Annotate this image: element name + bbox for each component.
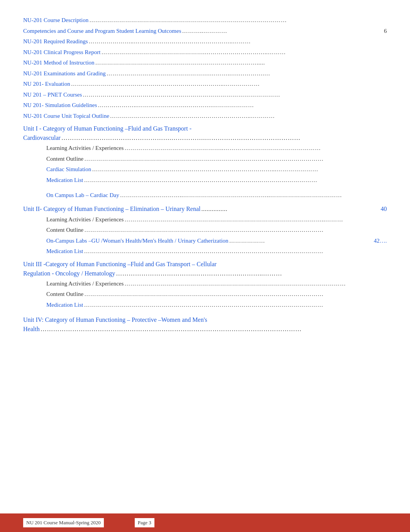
toc-dots: ……………… [229,236,374,246]
toc-dots: ……………………………………………………………………………………………………… [83,175,387,185]
toc-title[interactable]: NU-201 Course Description [23,15,88,25]
toc-entry-simulation: NU 201- Simulation Guidelines ………………..……… [23,100,387,110]
toc-link[interactable]: NU-201 Method of Instruction [23,59,95,66]
toc-title[interactable]: Medication List [46,175,83,185]
toc-entry-unit-i-content: Content Outline ………………………………………………………………… [46,154,387,164]
toc-title: Content Outline [46,225,83,235]
toc-dots: ………………………………………………………………………..... [95,58,387,68]
toc-entry-nu201-course-description: NU-201 Course Description ……………………………………… [23,15,387,25]
toc-link[interactable]: Medication List [46,248,83,254]
toc-dots: ……………………………….………………….………..……… [115,269,387,278]
toc-entry-unit-iii-learning: Learning Activities / Experiences ………………… [46,279,387,289]
toc-entry-examinations: NU-201 Examinations and Grading ……………………… [23,69,387,79]
toc-dots: …………………………………………….………..….………….… [106,69,387,79]
unit-iv-title-line2: Health [23,325,40,334]
toc-entry-unit-ii-content: Content Outline ………………………………………………………………… [46,225,387,235]
toc-title[interactable]: Medication List [46,300,83,310]
toc-entry-unit-iv: Unit IV: Category of Human Functioning –… [23,315,387,334]
toc-title[interactable]: NU-201 Clinical Progress Report [23,48,100,58]
toc-dots: ………………………………………………………………………………………………………… [83,289,387,299]
unit-iii-title-line2: Regulation - Oncology / Hematology [23,269,115,278]
toc-dots: ............... [200,204,381,214]
toc-dots: …………………………………………….…………………………..……… [100,48,387,58]
toc-dots: ……………………………………………………………………………………… [82,90,387,100]
toc-link[interactable]: NU-201 Required Readings [23,38,88,44]
toc-link[interactable]: Cardiac Simulation [46,166,91,172]
toc-dots: ………..………… [181,26,384,36]
toc-title[interactable]: NU-201 Course Unit Topical Outline [23,111,109,121]
toc-page: 6 [384,26,387,36]
toc-title[interactable]: NU-201 Examinations and Grading [23,69,106,79]
toc-link[interactable]: NU-201 Course Description [23,17,88,23]
toc-title[interactable]: On-Campus Labs –GU /Woman's Health/Men's… [46,236,229,246]
toc-dots: …………………………..……………………………………..……………………………… [119,190,387,201]
toc-entry-required-readings: NU-201 Required Readings …………………..………………… [23,37,387,47]
toc-link[interactable]: Unit II- Category of Human Functioning –… [23,206,200,212]
toc-link[interactable]: NU 201- Evaluation [23,81,70,87]
toc-title[interactable]: Cardiac Simulation [46,165,91,175]
toc-link[interactable]: Medication List [46,302,83,308]
toc-entry-unit-i-learning: Learning Activities / Experiences ………………… [46,143,387,153]
toc-page: 42…. [374,236,387,246]
toc-link[interactable]: NU 201 – PNET Courses [23,92,82,98]
toc-dots: ………………………………………………………………………………...………………… [91,165,387,175]
toc-link[interactable]: Medication List [46,177,83,183]
toc-link[interactable]: On-Campus Labs –GU /Woman's Health/Men's… [46,238,229,244]
toc-title: Learning Activities / Experiences [46,143,124,153]
toc-dots: ……………………………………………………………..………… [109,111,387,121]
toc-entry-pnet: NU 201 – PNET Courses ………………………………………………… [23,90,387,100]
toc-title: Learning Activities / Experiences [46,279,124,289]
toc-entry-unit-i: Unit I - Category of Human Functioning –… [23,124,387,143]
footer-bar: NU 201 Course Manual-Spring 2020 Page 3 [0,513,410,532]
toc-dots: ………………………………………………………………………………………………………… [83,246,387,257]
toc-entry-unit-iii-medication: Medication List ………………………………………………………………… [46,300,387,310]
toc-link[interactable]: NU-201 Course Unit Topical Outline [23,113,109,119]
toc-link[interactable]: NU-201 Clinical Progress Report [23,49,100,55]
footer-manual-text: NU 201 Course Manual-Spring 2020 [23,518,104,527]
toc-entry-method-instruction: NU-201 Method of Instruction ……………………………… [23,58,387,68]
toc-dots: ………………………………………………………………………………………………………… [83,225,387,235]
toc-title[interactable]: Competencies and Course and Program Stud… [23,26,181,36]
toc-title[interactable]: On Campus Lab – Cardiac Day [46,190,119,201]
footer-page-text: Page 3 [135,518,154,527]
toc-title[interactable]: NU 201- Evaluation [23,79,70,89]
toc-entry-unit-iii: Unit III -Category of Human Functioning … [23,260,387,278]
toc-dots: …………………………………………..………….……………………………… [124,143,387,153]
toc-title[interactable]: NU-201 Method of Instruction [23,58,95,68]
toc-title[interactable]: NU 201 – PNET Courses [23,90,82,100]
toc-page: 40 [381,204,387,214]
toc-dots: ………………………………………………………………………………………………… [124,279,387,289]
toc-entry-unit-ii-on-campus: On-Campus Labs –GU /Woman's Health/Men's… [46,236,387,246]
toc-entry-unit-ii: Unit II- Category of Human Functioning –… [23,204,387,214]
toc-entry-unit-iii-content: Content Outline ………………………………………………………………… [46,289,387,299]
toc-title[interactable]: Unit II- Category of Human Functioning –… [23,204,200,214]
toc-dots: …………………………………………………………………………………………………………… [40,325,387,334]
page-content: NU-201 Course Description ……………………………………… [0,0,410,373]
toc-title: Learning Activities / Experiences [46,215,124,225]
toc-link[interactable]: NU 201- Simulation Guidelines [23,102,97,108]
toc-dots: ………………………………………………………………………………………………………… [83,154,387,164]
unit-i-title-line2: Cardiovascular [23,133,61,143]
toc-entry-unit-i-cardiac-sim: Cardiac Simulation ………………………………………………………… [46,165,387,175]
toc-entry-unit-i-on-campus: On Campus Lab – Cardiac Day …………………………..… [46,190,387,201]
toc-entry-unit-ii-medication: Medication List ………………………………………………………………… [46,246,387,257]
toc-entry-clinical-progress: NU-201 Clinical Progress Report ……………………… [23,48,387,58]
toc-link[interactable]: Competencies and Course and Program Stud… [23,28,181,34]
toc-link[interactable]: On Campus Lab – Cardiac Day [46,192,119,198]
unit-i-link[interactable]: Unit I - Category of Human Functioning –… [23,125,191,132]
toc-dots: ………………………………………………………………………………………..……… [124,215,387,225]
toc-title: Content Outline [46,289,83,299]
toc-entry-evaluation: NU 201- Evaluation ………………………………………………………… [23,79,387,89]
unit-iv-link[interactable]: Unit IV: Category of Human Functioning –… [23,316,207,323]
toc-title[interactable]: NU-201 Required Readings [23,37,88,47]
toc-dots: …………………………………………….…………….……………………………………… [61,133,387,143]
toc-title: Content Outline [46,154,83,164]
unit-iii-link[interactable]: Unit III -Category of Human Functioning … [23,261,217,267]
toc-entry-course-unit-outline: NU-201 Course Unit Topical Outline ……………… [23,111,387,121]
toc-title[interactable]: NU 201- Simulation Guidelines [23,100,97,110]
toc-entry-competencies: Competencies and Course and Program Stud… [23,26,387,36]
toc-link[interactable]: NU-201 Examinations and Grading [23,70,106,76]
toc-entry-unit-i-medication: Medication List ………………………………………………………………… [46,175,387,185]
toc-title[interactable]: Medication List [46,246,83,257]
toc-entry-unit-ii-learning: Learning Activities / Experiences ………………… [46,215,387,225]
